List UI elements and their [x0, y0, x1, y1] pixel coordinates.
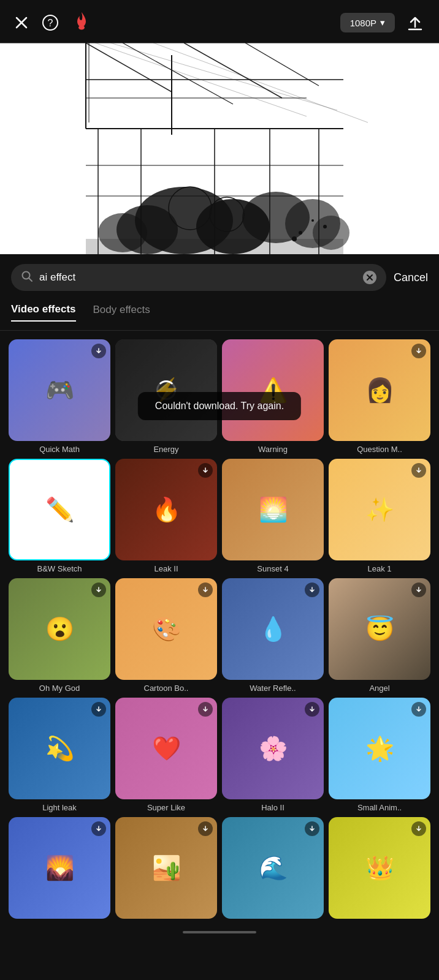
effect-thumb-question-m: 👩	[329, 339, 430, 441]
effect-item-halo-2[interactable]: 🌸Halo II	[222, 698, 324, 812]
download-badge-leak-2	[198, 463, 213, 478]
svg-line-41	[29, 278, 32, 281]
effect-thumb-sunset-4: 🌅	[222, 459, 324, 560]
effect-label-oh-my-god: Oh My God	[9, 684, 110, 693]
effect-label-warning: Warning	[222, 445, 324, 454]
download-badge-bottom-2	[198, 821, 213, 836]
download-badge-water-refle	[305, 582, 319, 597]
svg-point-39	[313, 216, 349, 250]
scroll-indicator	[183, 931, 256, 933]
loading-spinner-energy	[115, 339, 217, 441]
download-badge-super-like	[198, 702, 213, 717]
effect-label-angel: Angel	[329, 684, 430, 693]
effect-item-cartoon-bo[interactable]: 🎨Cartoon Bo..	[115, 578, 217, 693]
resolution-label: 1080P	[350, 18, 376, 28]
download-badge-halo-2	[305, 702, 319, 717]
effect-thumb-bw-sketch: ✏️	[9, 459, 110, 560]
effect-thumb-leak-1: ✨	[329, 459, 430, 560]
effect-label-leak-1: Leak 1	[329, 564, 430, 573]
effect-item-small-anim[interactable]: 🌟Small Anim..	[329, 698, 430, 812]
effect-item-angel[interactable]: 😇Angel	[329, 578, 430, 693]
effect-item-super-like[interactable]: ❤️Super Like	[115, 698, 217, 812]
preview-sketch	[0, 43, 439, 254]
effect-label-quick-math: Quick Math	[9, 445, 110, 454]
effect-label-energy: Energy	[115, 445, 217, 454]
download-badge-quick-math	[91, 344, 106, 358]
effect-icon-warning: ⚠️	[222, 339, 324, 441]
download-badge-small-anim	[411, 702, 426, 717]
effect-thumb-light-leak: 💫	[9, 698, 110, 799]
effect-item-bottom-4[interactable]: 👑	[329, 817, 430, 922]
effect-thumb-super-like: ❤️	[115, 698, 217, 799]
effect-thumb-bottom-2: 🏜️	[115, 817, 217, 919]
effect-item-bottom-1[interactable]: 🌄	[9, 817, 110, 922]
effect-label-bw-sketch: B&W Sketch	[9, 564, 110, 573]
download-badge-bottom-4	[411, 821, 426, 836]
svg-point-4	[78, 26, 85, 30]
effect-thumb-water-refle: 💧	[222, 578, 324, 680]
svg-line-6	[86, 43, 172, 92]
tabs-section: Video effects Body effects	[0, 291, 439, 331]
header-right: 1080P ▾	[340, 13, 424, 32]
effect-icon-bw-sketch: ✏️	[10, 460, 109, 559]
effect-item-question-m[interactable]: 👩Question M..	[329, 339, 430, 454]
effect-thumb-warning: ⚠️	[222, 339, 324, 441]
effect-thumb-halo-2: 🌸	[222, 698, 324, 799]
effect-label-halo-2: Halo II	[222, 803, 324, 812]
effect-item-energy[interactable]: ⚡Energy	[115, 339, 217, 454]
download-badge-question-m	[411, 344, 426, 358]
effect-thumb-small-anim: 🌟	[329, 698, 430, 799]
effect-label-light-leak: Light leak	[9, 803, 110, 812]
effect-icon-sunset-4: 🌅	[222, 459, 324, 560]
effect-item-leak-2[interactable]: 🔥Leak II	[115, 459, 217, 573]
effect-thumb-bottom-3: 🌊	[222, 817, 324, 919]
help-button[interactable]: ?	[42, 14, 59, 31]
effect-thumb-bottom-1: 🌄	[9, 817, 110, 919]
effect-item-warning[interactable]: ⚠️Warning	[222, 339, 324, 454]
effect-item-sunset-4[interactable]: 🌅Sunset 4	[222, 459, 324, 573]
download-badge-cartoon-bo	[198, 582, 213, 597]
search-clear-button[interactable]	[363, 271, 376, 284]
tab-body-effects[interactable]: Body effects	[93, 303, 150, 322]
effect-item-bw-sketch[interactable]: ✏️B&W Sketch	[9, 459, 110, 573]
download-badge-oh-my-god	[91, 582, 106, 597]
effect-item-oh-my-god[interactable]: 😮Oh My God	[9, 578, 110, 693]
effect-thumb-quick-math: 🎮	[9, 339, 110, 441]
search-bar: Cancel	[11, 264, 428, 291]
effect-thumb-leak-2: 🔥	[115, 459, 217, 560]
search-section: Cancel	[0, 254, 439, 291]
effect-item-bottom-2[interactable]: 🏜️	[115, 817, 217, 922]
search-input-wrap[interactable]	[11, 264, 386, 291]
effect-item-quick-math[interactable]: 🎮Quick Math	[9, 339, 110, 454]
effect-label-leak-2: Leak II	[115, 564, 217, 573]
svg-line-8	[184, 43, 282, 98]
search-input[interactable]	[39, 271, 357, 284]
effect-label-cartoon-bo: Cartoon Bo..	[115, 684, 217, 693]
flame-icon	[72, 11, 91, 34]
effect-thumb-energy: ⚡	[115, 339, 217, 441]
preview-area	[0, 43, 439, 254]
search-icon	[21, 270, 33, 285]
tab-video-effects[interactable]: Video effects	[11, 303, 76, 322]
download-badge-bottom-3	[305, 821, 319, 836]
effect-thumb-cartoon-bo: 🎨	[115, 578, 217, 680]
effect-thumb-angel: 😇	[329, 578, 430, 680]
effect-thumb-bottom-4: 👑	[329, 817, 430, 919]
effect-label-super-like: Super Like	[115, 803, 217, 812]
download-badge-angel	[411, 582, 426, 597]
effect-label-question-m: Question M..	[329, 445, 430, 454]
close-button[interactable]	[15, 16, 28, 29]
upload-button[interactable]	[406, 13, 424, 32]
effect-item-leak-1[interactable]: ✨Leak 1	[329, 459, 430, 573]
effect-thumb-oh-my-god: 😮	[9, 578, 110, 680]
effect-item-water-refle[interactable]: 💧Water Refle..	[222, 578, 324, 693]
cancel-button[interactable]: Cancel	[394, 271, 428, 284]
effect-label-small-anim: Small Anim..	[329, 803, 430, 812]
resolution-button[interactable]: 1080P ▾	[340, 13, 395, 32]
effect-item-bottom-3[interactable]: 🌊	[222, 817, 324, 922]
effect-label-sunset-4: Sunset 4	[222, 564, 324, 573]
effect-item-light-leak[interactable]: 💫Light leak	[9, 698, 110, 812]
download-badge-bottom-1	[91, 821, 106, 836]
header: ? 1080P ▾	[0, 0, 439, 43]
effects-grid: 🎮Quick Math⚡Energy⚠️Warning👩Question M..…	[0, 331, 439, 922]
